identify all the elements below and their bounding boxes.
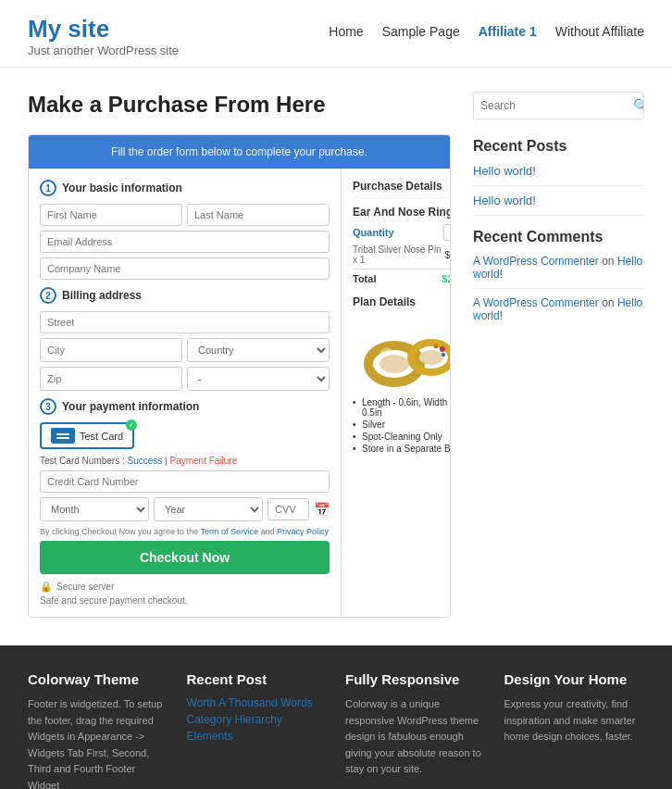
privacy-link[interactable]: Privacy Policy bbox=[277, 527, 329, 536]
footer-col1-title: Colorway Theme bbox=[28, 671, 168, 687]
content-area: Make a Purchase From Here Fill the order… bbox=[28, 92, 451, 618]
terms-link[interactable]: Term of Service bbox=[200, 527, 258, 536]
country-select[interactable]: Country bbox=[187, 338, 330, 362]
email-input[interactable] bbox=[40, 231, 330, 253]
city-input[interactable] bbox=[40, 338, 182, 362]
plan-details-title: Plan Details bbox=[353, 295, 451, 308]
svg-point-4 bbox=[440, 346, 445, 352]
step3-label: Your payment information bbox=[62, 400, 199, 413]
recent-posts-title: Recent Posts bbox=[473, 138, 644, 155]
year-select[interactable]: Year bbox=[154, 497, 263, 521]
card-line1 bbox=[56, 433, 69, 435]
total-label: Total bbox=[353, 273, 376, 284]
footer-col-2: Recent Post Worth A Thousand Words Categ… bbox=[187, 671, 328, 789]
total-price: $26.67 bbox=[442, 273, 451, 284]
card-label: Test Card bbox=[80, 431, 123, 442]
test-card-text: Test Card Numbers : bbox=[40, 456, 125, 466]
nav-home[interactable]: Home bbox=[329, 24, 363, 39]
sidebar: 🔍 Recent Posts Hello world! Hello world!… bbox=[473, 92, 644, 618]
footer-link-3[interactable]: Elements bbox=[187, 730, 328, 743]
product-name: Ear And Nose Rings bbox=[353, 206, 451, 219]
svg-point-3 bbox=[419, 350, 443, 365]
terms-text: By clicking Checkout Now you agree to th… bbox=[40, 527, 330, 536]
recent-comments-title: Recent Comments bbox=[473, 229, 644, 245]
quantity-label: Quantity bbox=[353, 227, 394, 238]
street-input[interactable] bbox=[40, 311, 330, 333]
footer-grid: Colorway Theme Footer is widgetized. To … bbox=[28, 671, 644, 789]
footer-col4-text: Express your creativity, find inspiratio… bbox=[504, 696, 645, 745]
footer-col-4: Design Your Home Express your creativity… bbox=[504, 671, 645, 789]
commenter-1[interactable]: A WordPress Commenter bbox=[473, 255, 599, 268]
quantity-input[interactable] bbox=[443, 224, 451, 241]
main-nav: Home Sample Page Affiliate 1 Without Aff… bbox=[329, 15, 644, 39]
svg-point-1 bbox=[380, 355, 409, 373]
spec-3: •Spot-Cleaning Only bbox=[353, 432, 451, 442]
payment-row: Month Year 📅 bbox=[40, 497, 330, 521]
commenter-2[interactable]: A WordPress Commenter bbox=[473, 296, 599, 309]
item-price-row: Tribal Silver Nose Pin x 1 $26.67 bbox=[353, 244, 451, 265]
success-link[interactable]: Success bbox=[127, 456, 162, 466]
total-row: Total $26.67 bbox=[353, 269, 451, 284]
svg-point-5 bbox=[434, 344, 439, 349]
post-link-2[interactable]: Hello world! bbox=[473, 194, 644, 207]
footer-col3-title: Fully Responsive bbox=[345, 671, 486, 687]
failure-link[interactable]: Payment Failure bbox=[169, 456, 237, 466]
step2-label: Billing address bbox=[62, 289, 142, 302]
nav-without-affiliate[interactable]: Without Affiliate bbox=[555, 24, 644, 39]
lock-icon: 🔒 bbox=[40, 581, 53, 593]
step2-circle: 2 bbox=[40, 287, 56, 304]
secure-row: 🔒 Secure server bbox=[40, 581, 330, 593]
form-body: 1 Your basic information 2 Billing addre… bbox=[29, 169, 450, 617]
footer-col-3: Fully Responsive Colorway is a unique re… bbox=[345, 671, 486, 789]
card-icon bbox=[51, 428, 75, 444]
city-country-row: Country bbox=[40, 338, 330, 362]
footer-link-2[interactable]: Category Hierarchy bbox=[187, 713, 328, 726]
footer-link-1[interactable]: Worth A Thousand Words bbox=[187, 696, 328, 709]
recent-comments-section: Recent Comments A WordPress Commenter on… bbox=[473, 229, 644, 322]
page-title: Make a Purchase From Here bbox=[28, 92, 451, 118]
first-name-input[interactable] bbox=[40, 204, 182, 226]
footer-col-1: Colorway Theme Footer is widgetized. To … bbox=[28, 671, 168, 789]
footer-col2-title: Recent Post bbox=[187, 671, 328, 687]
product-image bbox=[353, 316, 451, 390]
main-container: Make a Purchase From Here Fill the order… bbox=[0, 68, 672, 636]
post-divider-2 bbox=[473, 215, 644, 216]
header: My site Just another WordPress site Home… bbox=[0, 0, 672, 67]
check-badge: ✓ bbox=[126, 420, 137, 431]
safe-text: Safe and secure payment checkout. bbox=[40, 595, 330, 606]
card-button[interactable]: Test Card ✓ bbox=[40, 422, 134, 449]
company-input[interactable] bbox=[40, 257, 330, 280]
search-input[interactable] bbox=[474, 93, 626, 119]
step3-header: 3 Your payment information bbox=[40, 398, 330, 415]
checkout-button[interactable]: Checkout Now bbox=[40, 541, 330, 574]
comment-divider-1 bbox=[473, 288, 644, 289]
spec-4: •Store in a Separate Box bbox=[353, 444, 451, 454]
step2-header: 2 Billing address bbox=[40, 287, 330, 304]
nav-affiliate1[interactable]: Affiliate 1 bbox=[479, 24, 537, 39]
product-specs: •Length - 0.6in, Width - 0.5in •Silver •… bbox=[353, 397, 451, 454]
search-button[interactable]: 🔍 bbox=[626, 93, 644, 119]
dash-select[interactable]: - bbox=[187, 367, 330, 391]
comment-on-1: on bbox=[602, 255, 614, 268]
secure-label: Secure server bbox=[56, 582, 114, 592]
quantity-row: Quantity bbox=[353, 224, 451, 241]
site-tagline: Just another WordPress site bbox=[28, 44, 179, 57]
month-select[interactable]: Month bbox=[40, 497, 149, 521]
card-header: Fill the order form below to complete yo… bbox=[29, 135, 450, 169]
zip-input[interactable] bbox=[40, 367, 182, 391]
purchase-details-title: Purchase Details bbox=[353, 180, 451, 198]
item-label: Tribal Silver Nose Pin x 1 bbox=[353, 244, 444, 265]
site-title: My site bbox=[28, 15, 179, 44]
last-name-input[interactable] bbox=[187, 204, 330, 226]
comment-on-2: on bbox=[602, 296, 614, 309]
item-price: $26.67 bbox=[444, 250, 451, 260]
spec-2: •Silver bbox=[353, 420, 451, 430]
cvv-input[interactable] bbox=[268, 498, 309, 520]
nav-sample[interactable]: Sample Page bbox=[382, 24, 460, 39]
purchase-card: Fill the order form below to complete yo… bbox=[28, 134, 451, 618]
svg-point-6 bbox=[442, 353, 445, 357]
post-link-1[interactable]: Hello world! bbox=[473, 164, 644, 178]
step1-label: Your basic information bbox=[62, 182, 182, 194]
credit-card-input[interactable] bbox=[40, 470, 330, 493]
form-left: 1 Your basic information 2 Billing addre… bbox=[29, 169, 342, 617]
